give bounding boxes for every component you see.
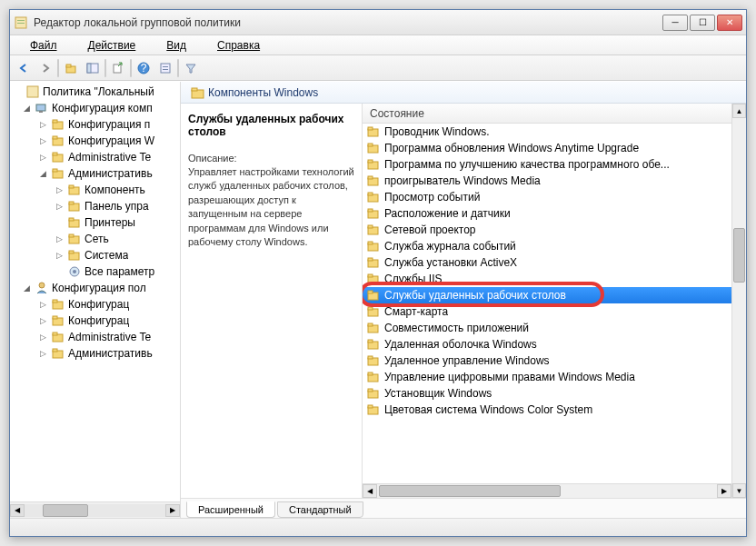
scroll-left-icon[interactable]: ◀: [10, 504, 25, 517]
scroll-up-icon[interactable]: ▲: [732, 104, 746, 118]
menu-view[interactable]: Вид: [152, 37, 201, 54]
list-item[interactable]: Установщик Windows: [363, 385, 731, 402]
window-title: Редактор локальной групповой политики: [34, 16, 662, 29]
list-item[interactable]: Сетевой проектор: [363, 222, 731, 238]
list-item[interactable]: Служба установки ActiveX: [363, 254, 731, 271]
list-item[interactable]: Службы удаленных рабочих столов: [363, 287, 731, 303]
svg-rect-6: [87, 64, 91, 73]
list-item[interactable]: Службы IIS: [363, 271, 731, 287]
scroll-right-icon[interactable]: ▶: [717, 484, 731, 498]
show-tree-button[interactable]: [83, 58, 103, 78]
svg-rect-60: [368, 225, 373, 228]
tab-extended[interactable]: Расширенный: [186, 501, 275, 518]
tree-printers[interactable]: Принтеры: [10, 214, 180, 231]
tree-item[interactable]: ▷Административь: [10, 345, 180, 362]
svg-rect-27: [69, 202, 74, 204]
list-item[interactable]: проигрыватель Windows Media: [363, 173, 731, 189]
list-item[interactable]: Удаленное управление Windows: [363, 352, 731, 369]
svg-rect-21: [53, 153, 57, 155]
scroll-right-icon[interactable]: ▶: [165, 504, 180, 517]
folder-icon: [366, 370, 381, 384]
list-item[interactable]: Удаленная оболочка Windows: [363, 336, 731, 352]
list-body: Проводник Windows.Программа обновления W…: [363, 124, 731, 483]
folder-icon: [366, 190, 381, 204]
list-item[interactable]: Совместимость приложений: [363, 320, 731, 336]
maximize-button[interactable]: ☐: [690, 15, 715, 31]
menu-action[interactable]: Действие: [74, 37, 151, 54]
tree-user-config[interactable]: ◢Конфигурация пол: [10, 280, 180, 296]
tree-item[interactable]: ▷Конфигурация п: [10, 116, 180, 133]
breadcrumb-text: Компоненты Windows: [208, 86, 318, 99]
tree-network[interactable]: ▷Сеть: [10, 231, 180, 247]
list-item-label: Службы IIS: [384, 273, 442, 285]
list-item[interactable]: Служба журнала событий: [363, 238, 731, 254]
tree-all-settings[interactable]: Все параметр: [10, 263, 180, 280]
list-h-scrollbar[interactable]: ◀ ▶: [363, 483, 731, 498]
minimize-button[interactable]: ─: [662, 15, 688, 31]
tree-computer-config[interactable]: ◢Конфигурация комп: [10, 100, 180, 116]
menu-file[interactable]: Файл: [15, 37, 72, 54]
list-item[interactable]: Смарт-карта: [363, 303, 731, 320]
list-item[interactable]: Проводник Windows.: [363, 124, 731, 140]
tree-components[interactable]: ▷Компоненть: [10, 182, 180, 198]
tree-panel: Политика "Локальный ◢Конфигурация комп ▷…: [10, 82, 181, 518]
body: Политика "Локальный ◢Конфигурация комп ▷…: [10, 81, 746, 518]
tree-control-panel[interactable]: ▷Панель упра: [10, 198, 180, 214]
svg-rect-46: [192, 88, 197, 91]
forward-button[interactable]: [35, 58, 55, 78]
tree-item[interactable]: ▷Конфигурац: [10, 313, 180, 329]
svg-rect-74: [368, 340, 373, 342]
list-item[interactable]: Управление цифровыми правами Windows Med…: [363, 369, 731, 385]
gpedit-window: Редактор локальной групповой политики ─ …: [9, 9, 747, 537]
tree-root[interactable]: Политика "Локальный: [10, 84, 180, 100]
tree-item[interactable]: ▷Administrative Te: [10, 329, 180, 345]
separator: [177, 59, 179, 77]
close-button[interactable]: ✕: [717, 15, 742, 31]
list-item[interactable]: Цветовая система Windows Color System: [363, 402, 731, 418]
tree-item[interactable]: ▷Administrative Te: [10, 149, 180, 165]
titlebar: Редактор локальной групповой политики ─ …: [10, 10, 746, 35]
tree-item[interactable]: ▷Конфигурац: [10, 296, 180, 313]
svg-rect-58: [368, 209, 373, 212]
up-button[interactable]: [61, 58, 81, 78]
svg-rect-44: [53, 349, 57, 352]
folder-icon: [366, 304, 381, 319]
breadcrumb: Компоненты Windows: [181, 82, 746, 104]
menu-help[interactable]: Справка: [203, 37, 274, 54]
tree-h-scrollbar[interactable]: ◀ ▶: [10, 501, 180, 518]
list-item-label: Служба журнала событий: [384, 240, 516, 253]
tree-admin-templates[interactable]: ◢Административь: [10, 165, 180, 182]
svg-rect-15: [39, 111, 43, 113]
svg-rect-78: [368, 372, 373, 375]
svg-rect-48: [368, 127, 373, 130]
list-item[interactable]: Расположение и датчики: [363, 205, 731, 222]
list-item[interactable]: Программа по улучшению качества программ…: [363, 156, 731, 173]
scroll-thumb[interactable]: [43, 504, 88, 517]
tab-standard[interactable]: Стандартный: [277, 501, 363, 518]
list-item[interactable]: Просмотр событий: [363, 189, 731, 205]
scroll-left-icon[interactable]: ◀: [363, 484, 377, 498]
folder-icon: [366, 337, 381, 352]
filter-button[interactable]: [181, 58, 201, 78]
scroll-thumb[interactable]: [379, 485, 561, 497]
scroll-thumb[interactable]: [733, 228, 745, 283]
svg-rect-38: [53, 300, 57, 303]
help-button[interactable]: ?: [134, 58, 154, 78]
tree-system[interactable]: ▷Система: [10, 247, 180, 263]
folder-icon: [366, 124, 381, 139]
svg-rect-19: [53, 136, 57, 139]
svg-rect-13: [27, 86, 38, 97]
svg-rect-29: [69, 218, 74, 221]
back-button[interactable]: [14, 58, 34, 78]
list-header[interactable]: Состояние: [363, 104, 731, 124]
list-item-label: Управление цифровыми правами Windows Med…: [384, 371, 635, 383]
export-button[interactable]: [108, 58, 128, 78]
scroll-down-icon[interactable]: ▼: [732, 483, 746, 498]
properties-button[interactable]: [155, 58, 175, 78]
panes: Службы удаленных рабочих столов Описание…: [181, 104, 746, 498]
list-v-scrollbar[interactable]: ▲ ▼: [731, 104, 746, 498]
svg-point-36: [39, 283, 45, 288]
tree-item[interactable]: ▷Конфигурация W: [10, 133, 180, 149]
svg-rect-56: [368, 193, 373, 195]
list-item[interactable]: Программа обновления Windows Anytime Upg…: [363, 140, 731, 156]
